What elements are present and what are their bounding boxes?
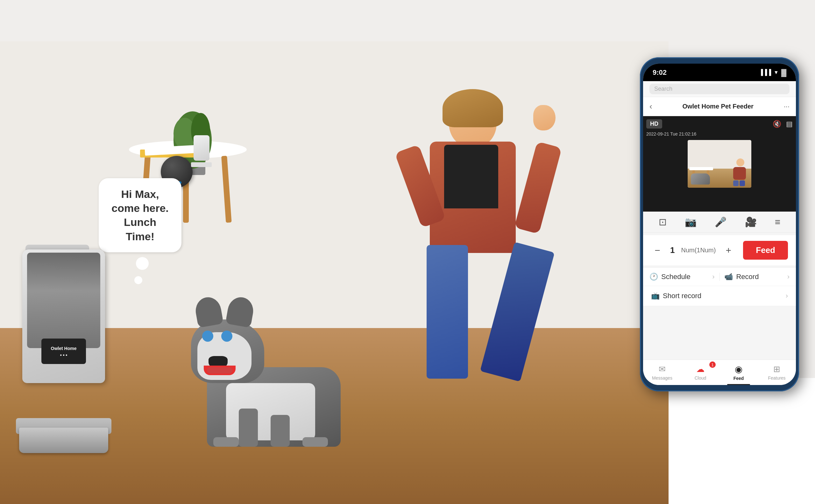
status-time: 9:02 [653,68,667,77]
wifi-icon: ▼ [774,70,779,75]
photo-button[interactable]: 📷 [685,216,697,227]
person-figure [398,89,557,439]
features-nav-label: Features [768,375,785,381]
camera-timestamp: 2022-09-21 Tue 21:02:16 [646,131,696,137]
battery-icon: ▓ [781,68,786,77]
record-label: Record [736,273,759,281]
search-label: Search [654,86,672,92]
signal-icon: ▐▐▐ [759,69,771,76]
app-title: Owlet Home Pet Feeder [657,103,779,110]
short-record-label: Short record [663,292,701,300]
phone-outer-shell: 9:02 ▐▐▐ ▼ ▓ Search ‹ Owlet Home Pet Fee… [640,57,799,391]
app-header: ‹ Owlet Home Pet Feeder ··· [643,97,796,116]
schedule-icon: 🕐 [650,273,658,281]
record-arrow: › [787,273,790,281]
minus-button[interactable]: − [651,244,664,257]
bubble-tail-1 [136,257,149,270]
search-bar[interactable]: Search [650,84,790,94]
mic-button[interactable]: 🎤 [715,216,727,227]
feeder-screen: Owlet Home ● ● ● [41,339,86,364]
layout-icon[interactable]: ▤ [786,120,793,128]
row-divider [720,273,720,281]
svg-rect-3 [221,156,232,223]
status-icons: ▐▐▐ ▼ ▓ [759,68,786,77]
record-button[interactable]: 📹 Record › [724,273,790,281]
nav-features[interactable]: ⊞ Features [758,360,796,385]
feed-button[interactable]: Feed [743,241,788,260]
preview-table-top [689,167,713,170]
schedule-button[interactable]: 🕐 Schedule › [650,273,715,281]
feeder-food [27,253,100,348]
messages-nav-icon: ✉ [659,364,666,374]
bottom-navigation: ✉ Messages ☁ 1 Cloud ◉ Feed ⊞ Features [643,360,796,385]
short-record-icon: 📺 [651,292,660,300]
bubble-tail-2 [134,276,142,284]
menu-button[interactable]: ≡ [775,217,781,227]
dog-figure [175,319,382,447]
phone-notch [697,64,742,73]
nav-messages[interactable]: ✉ Messages [643,360,681,385]
phone-mockup: 9:02 ▐▐▐ ▼ ▓ Search ‹ Owlet Home Pet Fee… [630,41,815,455]
preview-dog [691,173,710,185]
schedule-record-row: 🕐 Schedule › 📹 Record › [643,268,796,286]
scene-container: Hi Max, come here. Lunch Time! Owlet Hom… [0,41,669,504]
hd-badge[interactable]: HD [646,119,662,129]
quantity-unit: Num(1Num) [681,247,716,254]
feed-nav-label: Feed [734,376,744,381]
more-button[interactable]: ··· [784,102,790,111]
record-icon: 📹 [724,273,733,281]
quantity-control: − 1 Num(1Num) + [651,244,735,257]
icon-toolbar: ⊡ 📷 🎤 🎥 ≡ [643,212,796,233]
nav-cloud[interactable]: ☁ 1 Cloud [681,360,720,385]
plus-button[interactable]: + [722,244,735,257]
camera-icons: 🔇 ▤ [773,120,793,128]
speech-bubble: Hi Max, come here. Lunch Time! [99,178,181,252]
device-stand [191,135,212,167]
feeder-body: Owlet Home ● ● ● [22,249,105,383]
cloud-nav-label: Cloud [695,375,706,381]
quantity-value: 1 [670,245,675,255]
record-button[interactable]: 🎥 [745,216,757,227]
schedule-label: Schedule [661,273,691,281]
phone-screen: 9:02 ▐▐▐ ▼ ▓ Search ‹ Owlet Home Pet Fee… [643,64,796,385]
schedule-arrow: › [712,273,714,281]
mute-icon[interactable]: 🔇 [773,120,781,128]
camera-preview [688,140,751,188]
screenshot-button[interactable]: ⊡ [659,216,667,227]
feed-nav-icon: ◉ [735,364,742,375]
feed-control: − 1 Num(1Num) + Feed [643,235,796,265]
camera-view: HD 🔇 ▤ 2022-09-21 Tue 21:02:16 [643,116,796,212]
features-nav-icon: ⊞ [773,364,780,374]
cloud-nav-icon: ☁ [696,364,705,374]
preview-person [733,158,748,184]
messages-nav-label: Messages [652,375,672,381]
cloud-badge: 1 [709,361,716,368]
short-record-arrow: › [786,292,788,300]
back-button[interactable]: ‹ [650,101,652,111]
camera-toolbar: HD 🔇 ▤ [646,119,793,129]
pet-feeder: Owlet Home ● ● ● [16,249,118,434]
nav-feed[interactable]: ◉ Feed [720,360,758,385]
feeder-bowl [19,428,108,453]
short-record-row[interactable]: 📺 Short record › [643,286,796,306]
feed-nav-indicator [727,384,750,385]
